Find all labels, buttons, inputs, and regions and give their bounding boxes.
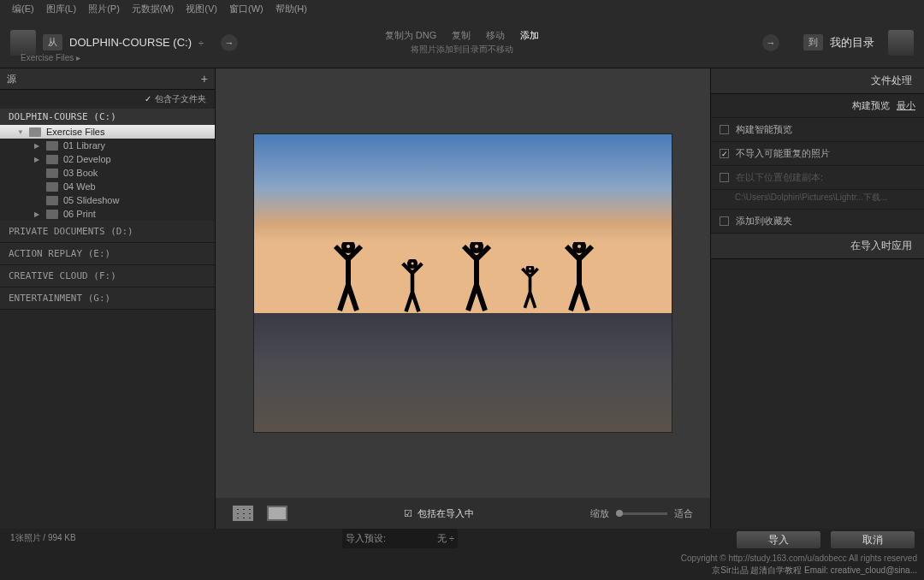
include-subfolders-toggle[interactable]: 包含子文件夹 (0, 90, 215, 109)
folder-05-slideshow[interactable]: 05 Slideshow (0, 193, 215, 207)
zoom-label: 缩放 (590, 507, 609, 520)
op-copy-dng[interactable]: 复制为 DNG (385, 29, 437, 42)
folder-icon (46, 141, 58, 151)
preview-area: ☑ 包括在导入中 缩放 适合 (216, 68, 710, 529)
folder-icon (46, 155, 58, 164)
apply-during-import-header[interactable]: 在导入时应用 (711, 234, 924, 259)
import-method-tabs: 复制为 DNG 复制 移动 添加 将照片添加到目录而不移动 (385, 29, 540, 56)
import-button[interactable]: 导入 (736, 530, 821, 549)
menu-edit[interactable]: 编(E) (7, 1, 39, 17)
import-topbar: 从 DOLPHIN-COURSE (C:) ÷ Exercise Files ▸… (0, 17, 924, 68)
make-copy-checkbox[interactable]: 在以下位置创建副本: (711, 166, 924, 190)
file-handling-header[interactable]: 文件处理 (711, 68, 924, 94)
preview-controls: ☑ 包括在导入中 缩放 适合 (216, 498, 710, 529)
import-preset-selector[interactable]: 导入预设: 无 ÷ (342, 529, 458, 548)
build-preview-value[interactable]: 最小 (897, 99, 915, 112)
folder-exercise-files[interactable]: ▼ Exercise Files (0, 125, 215, 139)
menu-view[interactable]: 视图(V) (181, 1, 222, 17)
arrow-right-icon: → (762, 34, 779, 51)
settings-panel: 文件处理 构建预览 最小 构建智能预览 不导入可能重复的照片 在以下位置创建副本… (710, 68, 924, 529)
source-name: DOLPHIN-COURSE (C:) (69, 36, 192, 49)
folder-icon (46, 196, 58, 205)
drive-d[interactable]: PRIVATE DOCUMENTS (D:) (0, 221, 215, 243)
menu-window[interactable]: 窗口(W) (224, 1, 269, 17)
photo-preview[interactable] (253, 133, 672, 433)
op-copy[interactable]: 复制 (452, 29, 471, 42)
from-label: 从 (43, 34, 62, 50)
op-description: 将照片添加到目录而不移动 (385, 44, 540, 56)
menu-help[interactable]: 帮助(H) (270, 1, 312, 17)
folder-03-book[interactable]: 03 Book (0, 166, 215, 180)
folder-icon (46, 169, 58, 178)
footer: 1张照片 / 994 KB 导入预设: 无 ÷ 导入 取消 Copyright … (0, 529, 924, 580)
fit-label[interactable]: 适合 (674, 507, 693, 520)
source-subfolder[interactable]: Exercise Files ▸ (21, 53, 80, 62)
destination-name: 我的目录 (830, 35, 874, 50)
menu-metadata[interactable]: 元数据(M) (127, 1, 180, 17)
smart-preview-checkbox[interactable]: 构建智能预览 (711, 118, 924, 142)
source-selector[interactable]: 从 DOLPHIN-COURSE (C:) ÷ (43, 34, 204, 50)
folder-01-library[interactable]: ▶01 Library (0, 139, 215, 152)
folder-02-develop[interactable]: ▶02 Develop (0, 152, 215, 166)
folder-04-web[interactable]: 04 Web (0, 180, 215, 193)
photo-count-status: 1张照片 / 994 KB (10, 532, 76, 544)
drive-f[interactable]: CREATIVE CLOUD (F:) (0, 265, 215, 287)
destination-selector[interactable]: → 到 我的目录 (745, 30, 914, 56)
menu-photo[interactable]: 照片(P) (83, 1, 125, 17)
arrow-right-icon: → (221, 34, 238, 51)
expand-arrow-icon[interactable]: ▶ (34, 210, 41, 218)
expand-arrow-icon[interactable]: ▼ (17, 128, 24, 136)
folder-icon (29, 127, 41, 137)
op-move[interactable]: 移动 (486, 29, 505, 42)
add-to-collection-checkbox[interactable]: 添加到收藏夹 (711, 210, 924, 234)
source-drive-icon (10, 30, 36, 56)
include-in-import-checkbox[interactable]: ☑ 包括在导入中 (404, 507, 474, 520)
grid-view-button[interactable] (233, 506, 253, 521)
tree-root-drive[interactable]: DOLPHIN-COURSE (C:) (0, 109, 215, 125)
folder-icon (46, 210, 58, 219)
checkbox-icon (720, 216, 729, 226)
checkbox-checked-icon (720, 149, 729, 158)
copyright-text: Copyright © http://study.163.com/u/adobe… (681, 553, 917, 563)
menubar: 编(E) 图库(L) 照片(P) 元数据(M) 视图(V) 窗口(W) 帮助(H… (0, 0, 924, 17)
expand-arrow-icon[interactable]: ▶ (34, 156, 41, 163)
zoom-slider[interactable] (616, 512, 667, 515)
folder-icon (46, 182, 58, 192)
to-label: 到 (803, 34, 823, 50)
add-source-button[interactable]: + (201, 72, 208, 86)
dropdown-arrow-icon: ÷ (198, 38, 204, 48)
copy-path: C:\Users\Dolphin\Pictures\Lightr...下载... (711, 190, 924, 210)
folder-06-print[interactable]: ▶06 Print (0, 207, 215, 221)
loupe-view-button[interactable] (267, 506, 287, 521)
checkbox-icon (720, 125, 729, 134)
catalog-icon (888, 30, 914, 56)
folder-tree: DOLPHIN-COURSE (C:) ▼ Exercise Files ▶01… (0, 109, 215, 529)
expand-arrow-icon[interactable]: ▶ (34, 142, 41, 150)
source-panel: 源 + 包含子文件夹 DOLPHIN-COURSE (C:) ▼ Exercis… (0, 68, 216, 529)
build-preview-row[interactable]: 构建预览 最小 (711, 94, 924, 118)
credit-text: 京Sir出品 超清自学教程 Email: creative_cloud@sina… (712, 565, 917, 577)
preset-value: 无 ÷ (437, 532, 454, 545)
cancel-button[interactable]: 取消 (830, 530, 915, 549)
drive-g[interactable]: ENTERTAINMENT (G:) (0, 287, 215, 310)
source-panel-title: 源 (7, 73, 16, 86)
checkbox-icon (720, 173, 729, 182)
no-duplicates-checkbox[interactable]: 不导入可能重复的照片 (711, 142, 924, 166)
drive-e[interactable]: ACTION REPLAY (E:) (0, 243, 215, 265)
menu-library[interactable]: 图库(L) (41, 1, 81, 17)
op-add[interactable]: 添加 (520, 29, 539, 42)
